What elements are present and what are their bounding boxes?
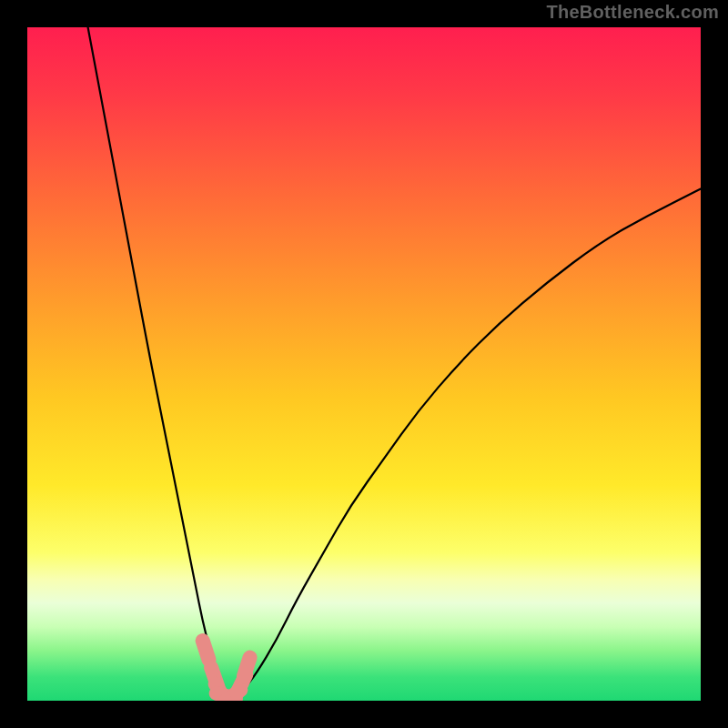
marker-dab [203, 641, 209, 660]
marker-dab [244, 658, 250, 677]
watermark-text: TheBottleneck.com [546, 2, 719, 23]
outer-frame: TheBottleneck.com [0, 0, 728, 728]
plot-area [27, 27, 701, 701]
gradient-background [27, 27, 701, 701]
chart-svg [27, 27, 701, 701]
